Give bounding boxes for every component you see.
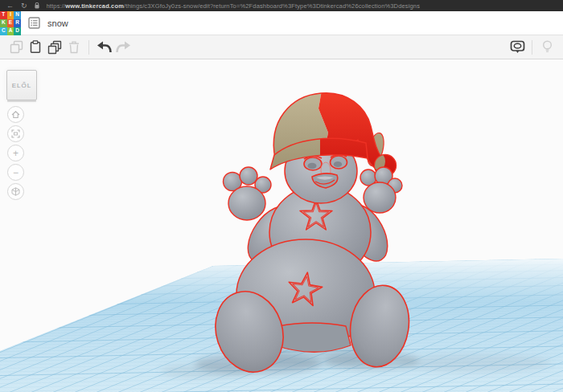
redo-button[interactable] — [113, 38, 133, 57]
light-bulb-icon[interactable] — [537, 38, 557, 57]
left-pupil — [308, 163, 317, 169]
url-path: /things/c3XGfoJy0zs-snow/edit?returnTo=%… — [124, 2, 420, 10]
minus-glyph: − — [13, 168, 18, 178]
delete-button[interactable] — [64, 38, 84, 57]
logo-tile: N — [14, 11, 21, 19]
duplicate-button[interactable] — [45, 38, 64, 57]
browser-reload-icon[interactable]: ↻ — [21, 2, 27, 10]
view-cube[interactable]: ELŐL — [6, 70, 37, 100]
url-domain: www.tinkercad.com — [65, 2, 124, 10]
viewport-nav-buttons: + − — [7, 106, 24, 200]
view-cube-label: ELŐL — [12, 82, 31, 89]
home-view-button[interactable] — [7, 106, 24, 123]
logo-tile: A — [7, 27, 14, 35]
design-name[interactable]: snow — [47, 18, 68, 28]
right-mitten — [360, 167, 402, 213]
tinkercad-logo[interactable]: T I N K E R C A D — [0, 11, 21, 35]
copy-button[interactable] — [6, 38, 26, 57]
zoom-out-button[interactable]: − — [7, 164, 24, 181]
logo-tile: D — [14, 27, 21, 35]
logo-tile: E — [7, 19, 14, 27]
editor-toolbar — [0, 35, 563, 59]
logo-tile: C — [0, 27, 7, 35]
toolbar-divider — [88, 40, 89, 55]
padlock-icon[interactable] — [35, 2, 39, 9]
logo-tile: R — [14, 19, 21, 27]
scene-svg — [0, 59, 563, 392]
left-mitten — [224, 167, 272, 220]
paste-button[interactable] — [26, 38, 45, 57]
notes-tool-icon[interactable] — [508, 38, 527, 57]
fit-view-button[interactable] — [7, 125, 24, 142]
browser-address-bar[interactable]: ← ↻ https://www.tinkercad.com/things/c3X… — [0, 0, 563, 11]
toolbar-divider — [532, 40, 532, 55]
tinkercad-editor-window: ← ↻ https://www.tinkercad.com/things/c3X… — [0, 0, 563, 392]
zoom-in-button[interactable]: + — [7, 145, 24, 161]
design-properties-icon[interactable] — [28, 17, 40, 29]
browser-back-icon[interactable]: ← — [6, 2, 14, 10]
undo-button[interactable] — [94, 38, 113, 57]
right-pupil — [334, 161, 342, 167]
app-header: T I N K E R C A D snow — [0, 11, 563, 35]
url-scheme: https:// — [47, 2, 66, 10]
perspective-toggle-button[interactable] — [7, 183, 24, 200]
logo-tile: T — [0, 11, 7, 19]
snowman-base — [273, 323, 351, 352]
viewport-canvas[interactable]: ELŐL + − — [0, 59, 563, 392]
plus-glyph: + — [13, 149, 18, 158]
logo-tile: K — [0, 19, 7, 27]
logo-tile: I — [7, 11, 14, 19]
snowman-model[interactable] — [205, 93, 414, 381]
url-text: https://www.tinkercad.com/things/c3XGfoJ… — [47, 2, 421, 10]
